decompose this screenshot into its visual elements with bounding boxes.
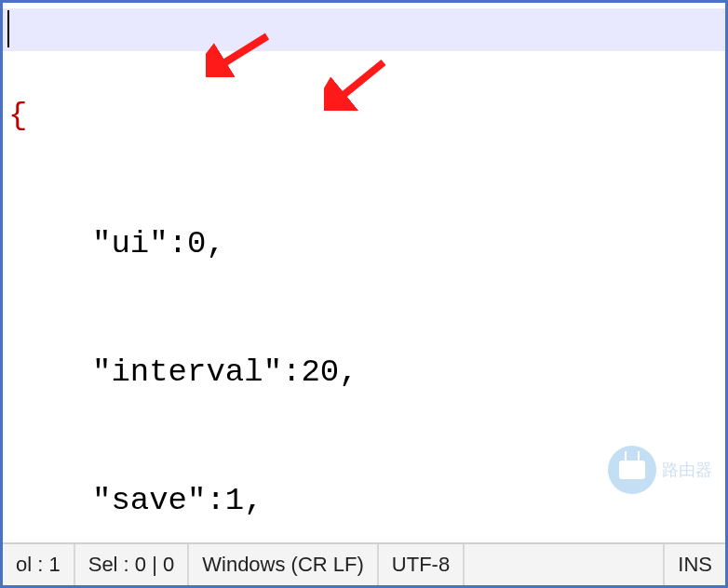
watermark: 路由器 bbox=[608, 446, 712, 494]
code-line: "interval":20, bbox=[3, 351, 725, 394]
status-insert-mode[interactable]: INS bbox=[665, 544, 725, 585]
code-line: "ui":0, bbox=[3, 222, 725, 265]
status-eol[interactable]: Windows (CR LF) bbox=[189, 544, 379, 585]
text-caret bbox=[7, 10, 9, 47]
watermark-logo-icon bbox=[608, 446, 656, 494]
editor-window: { "ui":0, "interval":20, "save":1, "send… bbox=[0, 0, 728, 588]
status-spacer bbox=[465, 544, 665, 585]
code-editor[interactable]: { "ui":0, "interval":20, "save":1, "send… bbox=[3, 3, 725, 542]
current-line-highlight bbox=[3, 8, 725, 51]
watermark-text: 路由器 bbox=[662, 459, 712, 481]
status-encoding[interactable]: UTF-8 bbox=[379, 544, 465, 585]
status-column[interactable]: ol : 1 bbox=[3, 544, 75, 585]
status-bar: ol : 1 Sel : 0 | 0 Windows (CR LF) UTF-8… bbox=[3, 542, 725, 585]
status-selection[interactable]: Sel : 0 | 0 bbox=[75, 544, 190, 585]
open-brace: { bbox=[3, 98, 27, 133]
